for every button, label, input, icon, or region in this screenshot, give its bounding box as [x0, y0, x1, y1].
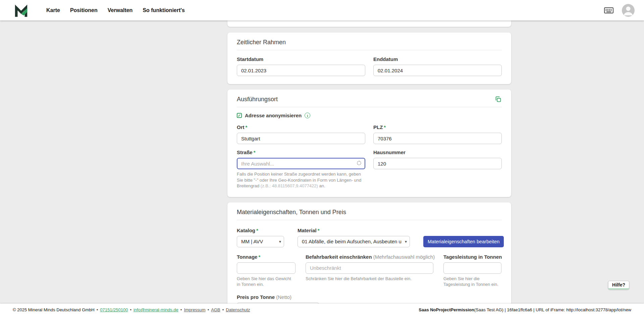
tonnage-input[interactable]: [237, 262, 296, 274]
location-title: Ausführungsort: [237, 96, 278, 103]
nav-item-positionen[interactable]: Positionen: [70, 7, 98, 13]
startdatum-input[interactable]: [237, 65, 365, 76]
tagesleistung-helper: Geben Sie hier die Tagesleistung in Tonn…: [443, 276, 501, 288]
befahrbarkeit-field: Befahrbarkeit einschränken (Mehrfachausw…: [306, 253, 433, 282]
material-field: Material* 01 Abfälle, die beim Aufsuchen…: [298, 227, 410, 247]
environment-info: Saas NoProjectPermission (Saas Test AG) …: [419, 307, 631, 312]
divider: [237, 50, 502, 50]
separator: •: [208, 307, 209, 312]
info-icon[interactable]: i: [305, 113, 310, 118]
katalog-field: Katalog* MM | AVV ▾: [237, 227, 284, 247]
time-frame-title: Zeitlicher Rahmen: [237, 39, 286, 46]
required-marker: *: [384, 124, 386, 130]
copy-icon[interactable]: [494, 96, 502, 103]
required-marker: *: [254, 149, 256, 155]
tagesleistung-field: Tagesleistung in Tonnen Geben Sie hier d…: [443, 253, 501, 288]
hausnummer-field: Hausnummer: [373, 149, 502, 169]
startdatum-label: Startdatum: [237, 56, 365, 63]
anonymize-checkbox[interactable]: ✓: [237, 113, 242, 118]
enddatum-field: Enddatum: [373, 56, 502, 76]
ort-input[interactable]: [237, 133, 365, 144]
top-navbar: Karte Positionen Verwalten So funktionie…: [0, 0, 644, 20]
strasse-input[interactable]: [237, 158, 365, 169]
divider: [237, 107, 502, 107]
strasse-label: Straße*: [237, 149, 365, 156]
agb-link[interactable]: AGB: [211, 307, 220, 312]
page-footer: © 2025 Mineral Minds Deutschland GmbH • …: [0, 304, 644, 316]
befahrbarkeit-input[interactable]: [306, 262, 433, 274]
datenschutz-link[interactable]: Datenschutz: [226, 307, 250, 312]
mineral-minds-logo[interactable]: [13, 3, 29, 18]
material-select[interactable]: 01 Abfälle, die beim Aufsuchen, Ausbeute…: [298, 236, 410, 247]
katalog-select[interactable]: MM | AVV ▾: [237, 236, 284, 247]
anonymize-label: Adresse anonymisieren: [245, 113, 302, 118]
phone-link[interactable]: 07151/250100: [100, 307, 128, 312]
help-button[interactable]: Hilfe?: [608, 281, 629, 290]
tagesleistung-input[interactable]: [443, 262, 501, 274]
required-marker: *: [256, 228, 258, 233]
nav-item-verwalten[interactable]: Verwalten: [108, 7, 133, 13]
user-avatar[interactable]: [622, 4, 635, 17]
edit-material-properties-button[interactable]: Materialeigenschaften bearbeiten: [423, 236, 504, 247]
impressum-link[interactable]: Impressum: [184, 307, 205, 312]
hausnummer-input[interactable]: [373, 158, 502, 169]
separator: •: [97, 307, 98, 312]
required-marker: *: [258, 254, 260, 260]
startdatum-field: Startdatum: [237, 56, 365, 76]
strasse-field: Straße* Falls die Position keiner Straße…: [237, 149, 365, 189]
hausnummer-label: Hausnummer: [373, 149, 502, 156]
email-link[interactable]: info@mineral-minds.de: [133, 307, 178, 312]
copyright-text: © 2025 Mineral Minds Deutschland GmbH: [13, 307, 95, 312]
tagesleistung-label: Tagesleistung in Tonnen: [443, 253, 501, 260]
material-card: Materialeigenschaften, Tonnen und Preis …: [227, 202, 511, 316]
tonnage-label: Tonnage*: [237, 253, 296, 260]
strasse-helper: Falls die Position keiner Straße zugeord…: [237, 171, 365, 189]
material-label: Material*: [298, 227, 410, 234]
enddatum-input[interactable]: [373, 65, 502, 76]
keyboard-icon[interactable]: [604, 7, 614, 14]
required-marker: *: [318, 228, 320, 233]
location-card: Ausführungsort ✓ Adresse anonymisieren i…: [227, 89, 511, 197]
tonnage-helper: Geben Sie hier das Gewicht in Tonnen ein…: [237, 276, 296, 288]
chevron-down-icon: ▾: [405, 239, 407, 244]
separator: •: [180, 307, 182, 312]
separator: •: [130, 307, 131, 312]
preis-label: Preis pro Tonne (Netto): [237, 294, 502, 301]
katalog-label: Katalog*: [237, 227, 284, 234]
ort-label: Ort*: [237, 124, 365, 131]
material-title: Materialeigenschaften, Tonnen und Preis: [237, 208, 346, 216]
separator: •: [222, 307, 224, 312]
plz-field: PLZ*: [373, 124, 502, 144]
befahrbarkeit-label: Befahrbarkeit einschränken (Mehrfachausw…: [306, 253, 433, 260]
lot-form: Zeitlicher Rahmen Startdatum Enddatum Au…: [227, 20, 511, 316]
tonnage-field: Tonnage* Geben Sie hier das Gewicht in T…: [237, 253, 296, 288]
main-nav: Karte Positionen Verwalten So funktionie…: [46, 7, 185, 13]
divider: [237, 220, 502, 220]
befahrbarkeit-helper: Schränken Sie hier die Befahrbarkeit der…: [306, 276, 433, 282]
plz-label: PLZ*: [373, 124, 502, 131]
enddatum-label: Enddatum: [373, 56, 502, 63]
ort-field: Ort*: [237, 124, 365, 144]
previous-card-partial: [227, 20, 511, 27]
nav-item-so-funktionierts[interactable]: So funktioniert's: [143, 7, 185, 13]
loading-spinner-icon: [357, 161, 361, 165]
required-marker: *: [246, 124, 248, 130]
chevron-down-icon: ▾: [279, 239, 281, 244]
nav-item-karte[interactable]: Karte: [46, 7, 60, 13]
plz-input[interactable]: [373, 133, 502, 144]
anonymize-row: ✓ Adresse anonymisieren i: [237, 113, 502, 118]
time-frame-card: Zeitlicher Rahmen Startdatum Enddatum: [227, 33, 511, 84]
